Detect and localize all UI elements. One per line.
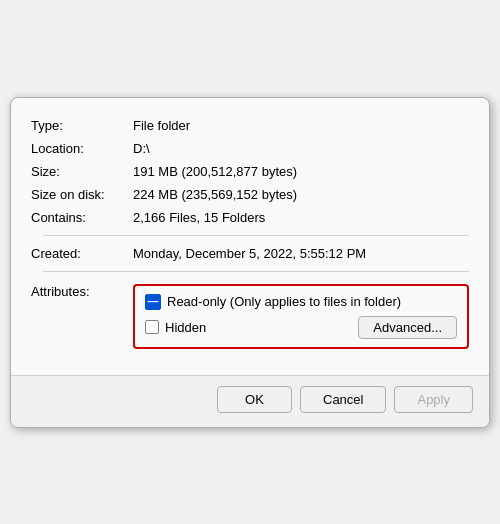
divider-row-2 (31, 265, 469, 278)
created-row: Created: Monday, December 5, 2022, 5:55:… (31, 242, 469, 265)
hidden-checkbox[interactable] (145, 320, 159, 334)
size-on-disk-value: 224 MB (235,569,152 bytes) (121, 183, 469, 206)
size-value: 191 MB (200,512,877 bytes) (121, 160, 469, 183)
location-row: Location: D:\ (31, 137, 469, 160)
attributes-content: Read-only (Only applies to files in fold… (121, 278, 469, 353)
properties-dialog: Type: File folder Location: D:\ Size: 19… (10, 97, 490, 428)
divider-2 (43, 271, 469, 272)
size-on-disk-label: Size on disk: (31, 183, 121, 206)
attributes-row: Attributes: Read-only (Only applies to f… (31, 278, 469, 353)
type-label: Type: (31, 114, 121, 137)
cancel-button[interactable]: Cancel (300, 386, 386, 413)
contains-label: Contains: (31, 206, 121, 229)
readonly-row: Read-only (Only applies to files in fold… (145, 294, 457, 310)
dialog-footer: OK Cancel Apply (11, 375, 489, 427)
readonly-label: Read-only (Only applies to files in fold… (167, 294, 401, 309)
advanced-button[interactable]: Advanced... (358, 316, 457, 339)
dialog-body: Type: File folder Location: D:\ Size: 19… (11, 98, 489, 363)
location-value: D:\ (121, 137, 469, 160)
hidden-row: Hidden (145, 320, 206, 335)
location-label: Location: (31, 137, 121, 160)
divider-row-1 (31, 229, 469, 242)
type-value: File folder (121, 114, 469, 137)
created-value: Monday, December 5, 2022, 5:55:12 PM (121, 242, 469, 265)
info-table: Type: File folder Location: D:\ Size: 19… (31, 114, 469, 353)
size-label: Size: (31, 160, 121, 183)
created-label: Created: (31, 242, 121, 265)
size-row: Size: 191 MB (200,512,877 bytes) (31, 160, 469, 183)
readonly-checkbox[interactable] (145, 294, 161, 310)
contains-row: Contains: 2,166 Files, 15 Folders (31, 206, 469, 229)
hidden-label: Hidden (165, 320, 206, 335)
contains-value: 2,166 Files, 15 Folders (121, 206, 469, 229)
divider-1 (43, 235, 469, 236)
hidden-advanced-row: Hidden Advanced... (145, 316, 457, 339)
size-on-disk-row: Size on disk: 224 MB (235,569,152 bytes) (31, 183, 469, 206)
attributes-label: Attributes: (31, 278, 121, 353)
ok-button[interactable]: OK (217, 386, 292, 413)
apply-button[interactable]: Apply (394, 386, 473, 413)
attributes-box: Read-only (Only applies to files in fold… (133, 284, 469, 349)
type-row: Type: File folder (31, 114, 469, 137)
